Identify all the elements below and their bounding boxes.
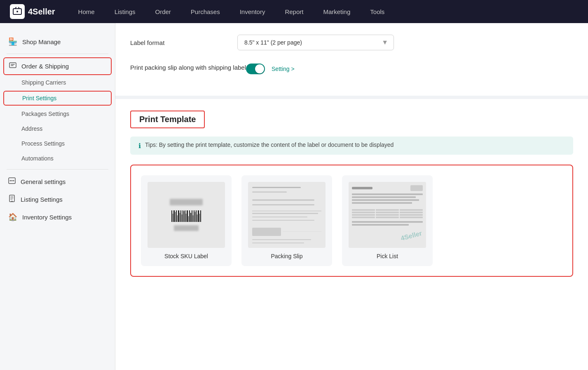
label-format-row: Label format 8.5" x 11" (2 per page) 4" … — [130, 35, 573, 50]
tips-icon: ℹ — [138, 142, 141, 150]
sidebar-section-main: 🏪 Shop Manage Order & Shipping Shipping … — [0, 30, 115, 229]
template-card-packing-slip[interactable]: Packing Slip — [241, 175, 332, 266]
app-logo[interactable]: 4Seller — [10, 4, 55, 19]
sidebar-item-inventory-settings[interactable]: 🏠 Inventory Settings — [0, 208, 115, 226]
sku-blur-bottom — [174, 225, 199, 231]
setting-link[interactable]: Setting > — [272, 66, 295, 72]
sidebar-subitem-address[interactable]: Address — [0, 121, 115, 136]
nav-marketing[interactable]: Marketing — [320, 7, 354, 17]
nav-inventory[interactable]: Inventory — [237, 7, 269, 17]
packing-slip-controls: Setting > — [246, 64, 295, 74]
template-card-pick-list[interactable]: 4Seller Pick List — [342, 175, 433, 266]
inventory-settings-icon: 🏠 — [8, 212, 17, 222]
svg-point-1 — [16, 11, 18, 12]
pick-list-label-text: Pick List — [377, 253, 398, 259]
label-format-select[interactable]: 8.5" x 11" (2 per page) 4" x 6" 4" x 4" — [237, 35, 394, 50]
label-format-section: Label format 8.5" x 11" (2 per page) 4" … — [115, 23, 588, 99]
svg-point-4 — [10, 180, 11, 181]
top-navigation: 4Seller Home Listings Order Purchases In… — [0, 0, 588, 23]
print-template-title: Print Template — [139, 115, 196, 124]
picklist-header — [352, 185, 423, 191]
tips-text: Tips: By setting the print template, cus… — [145, 141, 394, 148]
picklist-preview-content: 4Seller — [349, 182, 426, 248]
label-format-select-wrapper: 8.5" x 11" (2 per page) 4" x 6" 4" x 4" … — [237, 35, 394, 50]
pick-list-preview: 4Seller — [349, 182, 426, 248]
sidebar-subitem-packages-settings[interactable]: Packages Settings — [0, 106, 115, 121]
template-card-stock-sku-label[interactable]: Stock SKU Label — [141, 175, 232, 266]
app-layout: 🏪 Shop Manage Order & Shipping Shipping … — [0, 23, 588, 370]
templates-container: Stock SKU Label — [130, 165, 573, 277]
packing-preview-content — [248, 182, 326, 248]
tips-box: ℹ Tips: By setting the print template, c… — [130, 137, 573, 155]
nav-tools[interactable]: Tools — [367, 7, 388, 17]
label-format-label: Label format — [130, 39, 237, 46]
packing-slip-label-text: Packing Slip — [271, 253, 302, 259]
logo-icon — [10, 4, 25, 19]
nav-report[interactable]: Report — [281, 7, 307, 17]
picklist-logo-box — [410, 185, 423, 191]
stock-sku-label-text: Stock SKU Label — [164, 253, 208, 259]
label-format-control: 8.5" x 11" (2 per page) 4" x 6" 4" x 4" … — [237, 35, 443, 50]
sidebar-subitem-print-settings[interactable]: Print Settings — [3, 91, 112, 106]
sidebar-subitem-process-settings[interactable]: Process Settings — [0, 136, 115, 151]
sidebar-item-general-settings[interactable]: General settings — [0, 173, 115, 191]
sidebar: 🏪 Shop Manage Order & Shipping Shipping … — [0, 23, 115, 370]
nav-order[interactable]: Order — [152, 7, 174, 17]
sidebar-subitem-shipping-carriers[interactable]: Shipping Carriers — [0, 75, 115, 90]
sidebar-divider-1 — [7, 54, 108, 54]
picklist-watermark: 4Seller — [400, 230, 422, 243]
main-content: Label format 8.5" x 11" (2 per page) 4" … — [115, 23, 588, 370]
packing-slip-row: Print packing slip along with shipping l… — [130, 60, 573, 74]
packing-slip-toggle[interactable] — [246, 64, 265, 74]
svg-point-5 — [12, 180, 13, 181]
sidebar-item-order-shipping[interactable]: Order & Shipping — [3, 57, 112, 75]
sidebar-item-shop-manage[interactable]: 🏪 Shop Manage — [0, 33, 115, 50]
picklist-title-line — [352, 187, 372, 189]
listing-settings-icon — [8, 195, 16, 204]
svg-point-6 — [13, 180, 14, 181]
barcode — [171, 209, 201, 222]
svg-rect-2 — [9, 63, 16, 68]
nav-purchases[interactable]: Purchases — [187, 7, 223, 17]
picklist-grid — [352, 209, 423, 218]
nav-home[interactable]: Home — [75, 7, 98, 17]
shop-manage-icon: 🏪 — [8, 37, 17, 46]
packing-slip-label: Print packing slip along with shipping l… — [130, 64, 246, 71]
toggle-knob — [255, 64, 264, 73]
print-template-section: Print Template ℹ Tips: By setting the pr… — [115, 99, 588, 288]
sidebar-divider-2 — [7, 169, 108, 170]
general-settings-icon — [8, 177, 16, 186]
order-shipping-icon — [9, 61, 16, 71]
sku-preview-content — [148, 182, 225, 248]
sidebar-item-listing-settings[interactable]: Listing Settings — [0, 191, 115, 208]
print-template-title-box: Print Template — [130, 111, 205, 128]
sku-blur-top — [170, 199, 203, 205]
nav-listings[interactable]: Listings — [111, 7, 139, 17]
packing-slip-preview — [248, 182, 326, 248]
stock-sku-preview — [148, 182, 225, 248]
sidebar-subitem-automations[interactable]: Automations — [0, 151, 115, 166]
